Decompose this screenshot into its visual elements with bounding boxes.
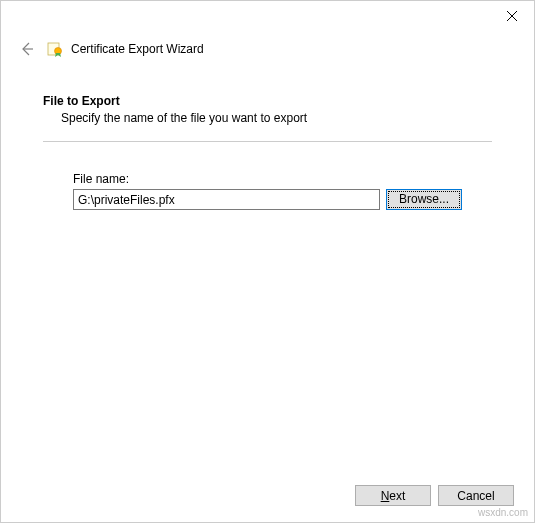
watermark: wsxdn.com <box>478 507 528 518</box>
section-description: Specify the name of the file you want to… <box>43 111 492 125</box>
cancel-button[interactable]: Cancel <box>438 485 514 506</box>
browse-button[interactable]: Browse... <box>386 189 462 210</box>
button-bar: Next Cancel <box>355 485 514 506</box>
back-button[interactable] <box>17 39 37 59</box>
close-button[interactable] <box>489 1 534 31</box>
wizard-header: Certificate Export Wizard <box>1 31 534 79</box>
file-name-input[interactable] <box>73 189 380 210</box>
wizard-title: Certificate Export Wizard <box>71 42 204 56</box>
close-icon <box>507 11 517 21</box>
file-field-row: Browse... <box>73 189 462 210</box>
file-name-label: File name: <box>73 172 462 186</box>
section-title: File to Export <box>43 94 492 108</box>
content-area: File to Export Specify the name of the f… <box>1 79 534 220</box>
back-arrow-icon <box>19 41 35 57</box>
next-button[interactable]: Next <box>355 485 431 506</box>
file-field-area: File name: Browse... <box>43 142 492 210</box>
titlebar <box>1 1 534 31</box>
certificate-icon <box>47 41 63 57</box>
